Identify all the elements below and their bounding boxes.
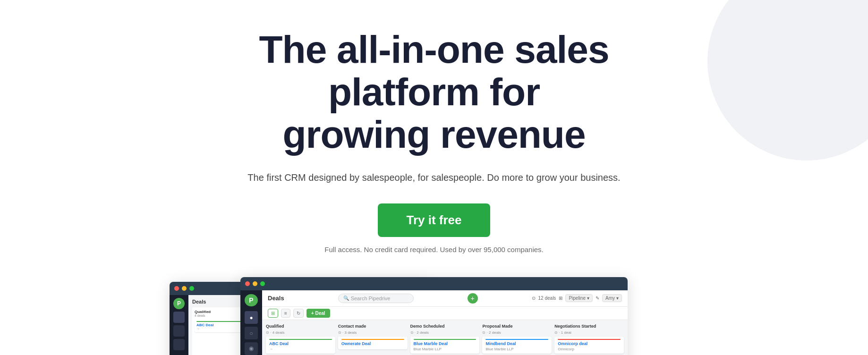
add-deal-button[interactable]: + Deal — [306, 309, 330, 318]
user-chevron-icon: ▾ — [616, 296, 619, 301]
sidebar-icon-circle[interactable]: ○ — [245, 327, 258, 339]
crm-header-right: + — [468, 293, 478, 304]
crm-window-front: P ● ○ ◉ ✉ Deals 🔍 Search Pipe — [240, 277, 628, 355]
minimize-dot — [182, 286, 187, 291]
hero-content: The all-in-one sales platform for growin… — [198, 28, 670, 272]
kanban-col-proposal: Proposal Made ⊙ · 2 deals Mindbend Deal … — [482, 324, 552, 355]
user-dropdown[interactable]: Amy ▾ — [602, 294, 622, 302]
hero-title-line2: growing revenue — [282, 113, 585, 156]
crm-stats-area: ⊙ 12 deals ⊞ Pipeline ▾ ✎ Amy — [532, 294, 622, 302]
close-dot — [174, 286, 179, 291]
dashboard-wrapper: P Deals Qualified 4 deals — [9, 277, 859, 355]
crm-sidebar: P ● ○ ◉ ✉ — [240, 290, 262, 355]
card-indicator-mindbend — [485, 339, 548, 340]
col-proposal-meta: ⊙ · 2 deals — [482, 330, 552, 335]
kanban-col-qualified: Qualified ⊙ · 4 deals ABC Deal → — [266, 324, 335, 355]
minimize-button-dot — [253, 281, 257, 286]
card-sub-bluemarble: Blue Marble LLP — [414, 347, 477, 351]
maximize-button-dot — [260, 281, 265, 286]
col-qualified-header: Qualified — [266, 324, 335, 329]
kanban-card-mindbend[interactable]: Mindbend Deal Blue Marble LLP — [482, 337, 552, 354]
col-negotiations-meta: ⊙ · 1 deal — [554, 330, 624, 335]
crm-header-title: Deals — [268, 295, 284, 302]
hero-title-line1: The all-in-one sales platform for — [259, 28, 609, 113]
kanban-col-demo: Demo Scheduled ⊙ · 2 deals Blue Marble D… — [410, 324, 480, 355]
sidebar-icon-2-back — [173, 325, 185, 337]
sidebar-icon-3-back — [173, 339, 185, 350]
crm-main: Deals 🔍 Search Pipedrive + ⊙ 12 deals — [262, 290, 628, 355]
pipeline-dropdown[interactable]: Pipeline ▾ — [565, 294, 593, 302]
sidebar-logo: P — [245, 294, 258, 307]
window-topbar — [240, 277, 628, 290]
card-title-ownerate: Ownerate Deal — [341, 341, 404, 346]
try-free-button[interactable]: Try it free — [378, 203, 490, 237]
col-contact-meta: ⊙ · 3 deals — [338, 330, 408, 335]
card-indicator-bluemarble — [414, 339, 477, 340]
hero-subtitle: The first CRM designed by salespeople, f… — [198, 170, 670, 185]
close-button-dot — [245, 281, 250, 286]
crm-body: P ● ○ ◉ ✉ Deals 🔍 Search Pipe — [240, 290, 628, 355]
card-indicator-omnicorp — [558, 339, 621, 340]
refresh-button[interactable]: ↻ — [293, 309, 304, 318]
card-sub-abc: → — [269, 347, 332, 351]
grid-view-button[interactable]: ⊞ — [268, 309, 278, 318]
pipeline-icon: ⊞ — [559, 296, 562, 301]
search-icon: 🔍 — [343, 296, 349, 301]
list-view-button[interactable]: ≡ — [281, 309, 290, 318]
fine-print: Full access. No credit card required. Us… — [324, 245, 544, 254]
crm-toolbar: ⊞ ≡ ↻ + Deal — [262, 307, 628, 320]
kanban-card-omnicorp[interactable]: Omnicorp deal Omnicorp — [554, 337, 624, 354]
deal-count-icon: ⊙ — [532, 296, 536, 301]
edit-icon[interactable]: ✎ — [596, 296, 599, 301]
chevron-down-icon: ▾ — [587, 296, 589, 301]
kanban-col-negotiations: Negotiations Started ⊙ · 1 deal Omnicorp… — [554, 324, 624, 355]
bg-decoration — [707, 0, 868, 161]
col-qualified-meta: ⊙ · 4 deals — [266, 330, 335, 335]
sidebar-icon-1-back — [173, 312, 185, 323]
expand-dot — [189, 286, 194, 291]
crm-search-bar[interactable]: 🔍 Search Pipedrive — [338, 294, 414, 303]
card-title-bluemarble: Blue Marble Deal — [414, 341, 477, 346]
user-label: Amy — [605, 296, 615, 301]
kanban-card-bluemarble[interactable]: Blue Marble Deal Blue Marble LLP — [410, 337, 480, 354]
sidebar-icon-dot[interactable]: ◉ — [245, 342, 258, 355]
kanban-card-abc[interactable]: ABC Deal → — [266, 337, 335, 354]
col-proposal-header: Proposal Made — [482, 324, 552, 329]
sidebar-logo-back: P — [173, 298, 185, 309]
col-negotiations-header: Negotiations Started — [554, 324, 624, 329]
hero-title: The all-in-one sales platform for growin… — [198, 28, 670, 156]
card-title-abc: ABC Deal — [269, 341, 332, 346]
card-sub-omnicorp: Omnicorp — [558, 347, 621, 351]
sidebar-deals-icon[interactable]: ● — [245, 311, 258, 324]
card-indicator-orange — [341, 339, 404, 340]
card-sub-mindbend: Blue Marble LLP — [485, 347, 548, 351]
hero-section: The all-in-one sales platform for growin… — [0, 0, 868, 355]
dashboard-preview: P Deals Qualified 4 deals — [9, 277, 859, 355]
kanban-col-contact: Contact made ⊙ · 3 deals Ownerate Deal — [338, 324, 408, 355]
search-placeholder: Search Pipedrive — [351, 296, 391, 301]
card-indicator-green — [269, 339, 332, 340]
col-demo-header: Demo Scheduled — [410, 324, 480, 329]
add-button[interactable]: + — [468, 293, 478, 304]
card-title-omnicorp: Omnicorp deal — [558, 341, 621, 346]
pipeline-label: Pipeline — [569, 296, 586, 301]
col-demo-meta: ⊙ · 2 deals — [410, 330, 480, 335]
kanban-card-ownerate[interactable]: Ownerate Deal — [338, 337, 408, 349]
crm-header: Deals 🔍 Search Pipedrive + ⊙ 12 deals — [262, 290, 628, 307]
deals-count: 12 deals — [538, 296, 556, 301]
crm-kanban: Qualified ⊙ · 4 deals ABC Deal → Contact… — [262, 320, 628, 355]
col-contact-header: Contact made — [338, 324, 408, 329]
card-title-mindbend: Mindbend Deal — [485, 341, 548, 346]
